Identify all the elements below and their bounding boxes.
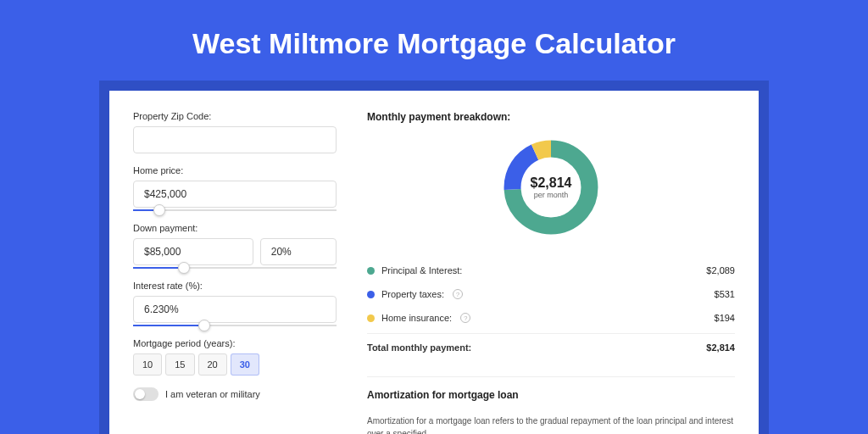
- homeprice-field: Home price:: [133, 165, 337, 211]
- zip-field: Property Zip Code:: [133, 111, 337, 153]
- legend-row: Home insurance:?$194: [367, 306, 735, 330]
- interest-field: Interest rate (%):: [133, 281, 337, 326]
- interest-label: Interest rate (%):: [133, 281, 337, 291]
- legend-row: Property taxes:?$531: [367, 282, 735, 306]
- period-field: Mortgage period (years): 10152030: [133, 338, 337, 376]
- interest-slider-thumb[interactable]: [198, 320, 210, 331]
- downpayment-slider[interactable]: [133, 267, 337, 269]
- legend-value: $2,089: [706, 265, 735, 275]
- legend-value: $194: [715, 313, 735, 323]
- downpayment-field: Down payment:: [133, 223, 337, 269]
- legend-dot: [367, 267, 375, 275]
- legend-dot: [367, 291, 375, 298]
- period-btn-15[interactable]: 15: [165, 353, 194, 376]
- amortization-title: Amortization for mortgage loan: [367, 389, 735, 401]
- card-outer: Property Zip Code: Home price: Down paym…: [99, 81, 769, 434]
- breakdown-column: Monthly payment breakdown: $2,814 per mo…: [367, 111, 735, 434]
- total-row: Total monthly payment: $2,814: [367, 333, 735, 361]
- donut-amount: $2,814: [531, 175, 572, 191]
- period-btn-10[interactable]: 10: [133, 353, 162, 376]
- legend-label: Home insurance:: [381, 313, 452, 323]
- donut-chart: $2,814 per month: [500, 136, 602, 238]
- breakdown-title: Monthly payment breakdown:: [367, 111, 735, 123]
- form-column: Property Zip Code: Home price: Down paym…: [133, 111, 337, 434]
- veteran-row: I am veteran or military: [133, 387, 337, 401]
- calculator-card: Property Zip Code: Home price: Down paym…: [109, 91, 759, 434]
- period-label: Mortgage period (years):: [133, 338, 337, 348]
- legend-label: Principal & Interest:: [381, 265, 462, 275]
- donut-wrap: $2,814 per month: [367, 136, 735, 238]
- downpayment-input[interactable]: [133, 238, 253, 265]
- legend-list: Principal & Interest:$2,089Property taxe…: [367, 259, 735, 330]
- period-btn-20[interactable]: 20: [198, 353, 227, 376]
- legend-label: Property taxes:: [381, 289, 444, 299]
- veteran-toggle[interactable]: [133, 387, 159, 401]
- legend-dot: [367, 314, 375, 322]
- page-title: West Miltmore Mortgage Calculator: [0, 0, 868, 81]
- donut-center: $2,814 per month: [531, 175, 572, 199]
- period-btn-30[interactable]: 30: [231, 353, 259, 376]
- amortization-text: Amortization for a mortgage loan refers …: [367, 415, 735, 434]
- homeprice-slider[interactable]: [133, 209, 337, 211]
- downpayment-label: Down payment:: [133, 223, 337, 233]
- zip-input[interactable]: [133, 126, 337, 153]
- divider: [367, 376, 735, 377]
- info-icon[interactable]: ?: [460, 313, 470, 323]
- total-label: Total monthly payment:: [367, 342, 471, 353]
- homeprice-input[interactable]: [133, 181, 337, 208]
- downpayment-pct-input[interactable]: [260, 238, 337, 265]
- toggle-knob: [135, 389, 145, 399]
- zip-label: Property Zip Code:: [133, 111, 337, 121]
- total-value: $2,814: [706, 342, 735, 353]
- homeprice-label: Home price:: [133, 165, 337, 175]
- period-buttons: 10152030: [133, 353, 337, 376]
- legend-row: Principal & Interest:$2,089: [367, 259, 735, 282]
- interest-slider[interactable]: [133, 325, 337, 326]
- legend-value: $531: [715, 289, 735, 299]
- homeprice-slider-thumb[interactable]: [153, 204, 165, 216]
- interest-input[interactable]: [133, 296, 337, 323]
- downpayment-slider-thumb[interactable]: [178, 262, 190, 274]
- info-icon[interactable]: ?: [453, 289, 463, 299]
- donut-sub: per month: [531, 191, 572, 199]
- veteran-label: I am veteran or military: [165, 389, 260, 399]
